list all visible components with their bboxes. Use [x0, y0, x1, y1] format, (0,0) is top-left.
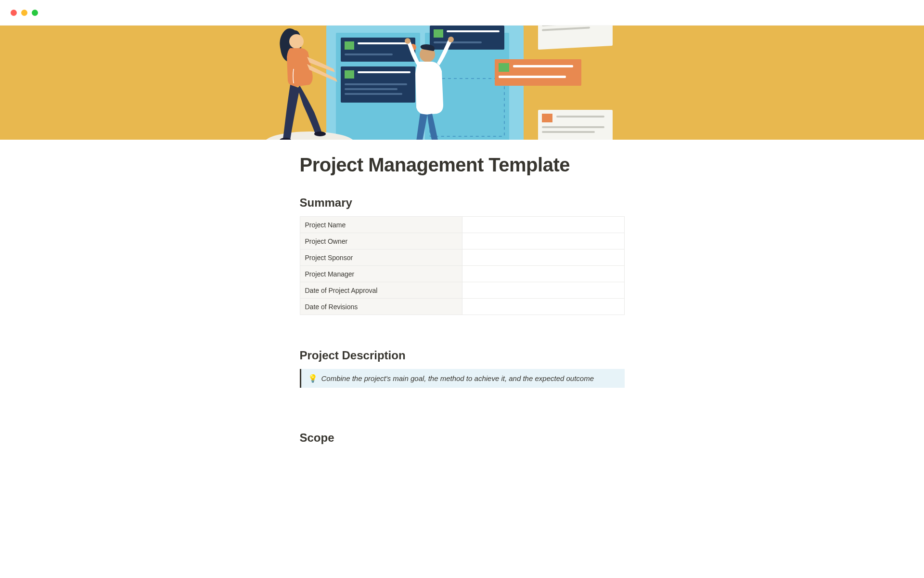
- svg-point-32: [289, 34, 304, 49]
- maximize-button[interactable]: [32, 10, 38, 16]
- lightbulb-icon: 💡: [308, 374, 318, 383]
- title-bar: [0, 0, 924, 26]
- svg-rect-25: [499, 76, 566, 78]
- table-row: Project Manager: [300, 266, 624, 282]
- svg-rect-12: [345, 93, 402, 95]
- summary-label[interactable]: Project Owner: [300, 233, 462, 250]
- svg-rect-9: [358, 71, 411, 73]
- minimize-button[interactable]: [21, 10, 27, 16]
- svg-rect-6: [345, 53, 393, 55]
- svg-point-34: [314, 131, 326, 136]
- table-row: Date of Revisions: [300, 299, 624, 315]
- svg-rect-14: [434, 29, 443, 38]
- svg-rect-30: [542, 131, 595, 133]
- svg-rect-4: [345, 41, 354, 50]
- page-content: Project Management Template Summary Proj…: [300, 140, 625, 445]
- summary-value[interactable]: [462, 217, 624, 233]
- cover-illustration: [211, 26, 644, 140]
- svg-rect-5: [358, 42, 411, 44]
- scope-heading[interactable]: Scope: [300, 431, 625, 445]
- callout-text: Combine the project's main goal, the met…: [321, 374, 594, 382]
- svg-rect-8: [345, 70, 354, 79]
- table-row: Project Sponsor: [300, 250, 624, 266]
- summary-table: Project Name Project Owner Project Spons…: [300, 216, 625, 315]
- summary-value[interactable]: [462, 282, 624, 299]
- svg-rect-10: [345, 83, 407, 85]
- svg-point-36: [405, 38, 411, 44]
- description-heading[interactable]: Project Description: [300, 349, 625, 362]
- table-row: Date of Project Approval: [300, 282, 624, 299]
- svg-rect-29: [542, 126, 604, 128]
- summary-label[interactable]: Project Manager: [300, 266, 462, 282]
- summary-heading[interactable]: Summary: [300, 196, 625, 210]
- svg-rect-24: [513, 65, 573, 67]
- svg-rect-23: [499, 63, 509, 72]
- summary-value[interactable]: [462, 250, 624, 266]
- summary-label[interactable]: Project Name: [300, 217, 462, 233]
- svg-rect-11: [345, 88, 398, 90]
- summary-value[interactable]: [462, 233, 624, 250]
- summary-label[interactable]: Project Sponsor: [300, 250, 462, 266]
- page-title[interactable]: Project Management Template: [300, 154, 625, 176]
- svg-point-37: [448, 37, 454, 42]
- summary-value[interactable]: [462, 299, 624, 315]
- svg-rect-15: [447, 30, 500, 32]
- table-row: Project Name: [300, 217, 624, 233]
- summary-label[interactable]: Date of Project Approval: [300, 282, 462, 299]
- svg-rect-28: [556, 116, 604, 118]
- app-window: Project Management Template Summary Proj…: [0, 0, 924, 445]
- description-callout[interactable]: 💡 Combine the project's main goal, the m…: [300, 369, 625, 388]
- summary-value[interactable]: [462, 266, 624, 282]
- svg-rect-27: [542, 114, 552, 122]
- summary-label[interactable]: Date of Revisions: [300, 299, 462, 315]
- table-row: Project Owner: [300, 233, 624, 250]
- svg-rect-16: [434, 41, 482, 43]
- cover-image[interactable]: [0, 26, 924, 140]
- close-button[interactable]: [11, 10, 17, 16]
